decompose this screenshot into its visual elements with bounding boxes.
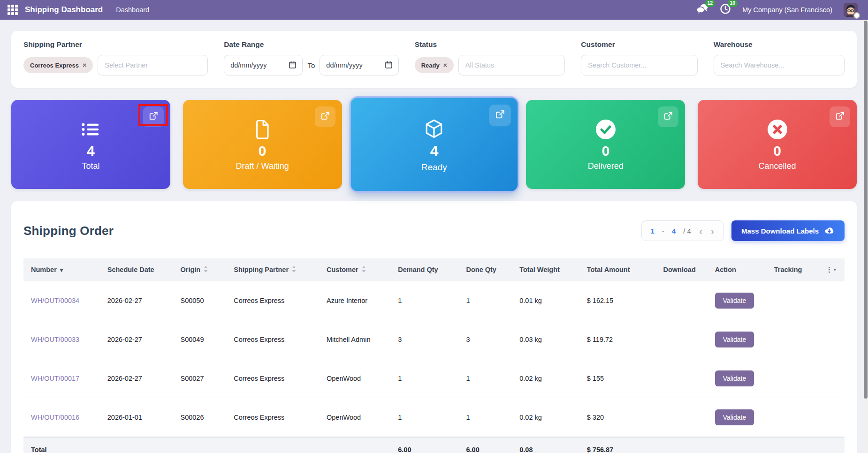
date-from-input[interactable]: dd/mm/yyyy bbox=[224, 55, 303, 76]
tracking-cell bbox=[767, 320, 818, 359]
validate-button[interactable]: Validate bbox=[715, 332, 754, 347]
topbar: Shipping Dashboard Dashboard 12 10 bbox=[0, 0, 868, 20]
filter-customer: Customer bbox=[581, 40, 697, 76]
open-external-button[interactable] bbox=[489, 105, 510, 126]
date-range-label: Date Range bbox=[224, 40, 398, 49]
schedule-date-cell: 2026-02-27 bbox=[100, 359, 173, 398]
stat-label: Total bbox=[82, 161, 99, 171]
calendar-icon[interactable] bbox=[289, 61, 296, 70]
open-external-button[interactable] bbox=[315, 106, 335, 127]
shipping-partner-tag[interactable]: Correos Express × bbox=[23, 57, 93, 73]
status-input[interactable] bbox=[458, 55, 565, 76]
order-number-link[interactable]: WH/OUT/00033 bbox=[31, 336, 79, 343]
order-number-link[interactable]: WH/OUT/00016 bbox=[31, 414, 79, 421]
table-row: WH/OUT/00017 2026-02-27 S00027 Correos E… bbox=[23, 359, 845, 398]
stat-card-delivered[interactable]: 0 Delivered bbox=[526, 100, 685, 189]
column-header-schedule-date[interactable]: Schedule Date bbox=[100, 258, 173, 281]
user-avatar[interactable] bbox=[844, 3, 858, 17]
stat-value: 0 bbox=[773, 144, 781, 158]
vertical-scrollbar[interactable] bbox=[863, 20, 868, 453]
download-cell bbox=[655, 398, 707, 438]
customer-search-input[interactable] bbox=[581, 55, 697, 76]
column-header-action: Action bbox=[708, 258, 767, 281]
warehouse-search-input[interactable] bbox=[714, 55, 845, 76]
shipping-order-panel: Shipping Order 1 - 4 / 4 ‹ › Mass Downlo… bbox=[11, 201, 857, 453]
stat-cards-row: 4 Total 0 Draft / Waiting bbox=[11, 100, 857, 189]
shipping-partner-tag-remove-icon[interactable]: × bbox=[83, 61, 86, 69]
totals-total-amount: $ 756.87 bbox=[579, 437, 656, 453]
scrollbar-thumb[interactable] bbox=[864, 21, 868, 399]
validate-button[interactable]: Validate bbox=[715, 409, 754, 425]
stat-value: 4 bbox=[87, 144, 95, 158]
shipping-partner-cell: Correos Express bbox=[226, 398, 319, 438]
row-options-cell bbox=[818, 359, 845, 398]
shipping-partner-tag-label: Correos Express bbox=[30, 62, 79, 69]
pagination-range-start[interactable]: 1 bbox=[651, 227, 655, 235]
chevron-right-icon[interactable]: › bbox=[710, 226, 715, 236]
shipping-partner-cell: Correos Express bbox=[226, 320, 319, 359]
x-circle-icon bbox=[767, 118, 788, 141]
validate-button[interactable]: Validate bbox=[715, 293, 754, 309]
total-amount-cell: $ 162.15 bbox=[579, 281, 656, 320]
order-number-link[interactable]: WH/OUT/00034 bbox=[31, 297, 79, 304]
date-to-input[interactable]: dd/mm/yyyy bbox=[320, 55, 398, 76]
column-header-number[interactable]: Number▾ bbox=[23, 258, 100, 281]
open-external-button[interactable] bbox=[658, 106, 678, 127]
messages-count-badge: 12 bbox=[705, 0, 716, 7]
origin-cell: S00026 bbox=[173, 398, 226, 438]
total-amount-cell: $ 119.72 bbox=[579, 320, 656, 359]
calendar-icon[interactable] bbox=[385, 61, 392, 70]
stat-card-draft-waiting[interactable]: 0 Draft / Waiting bbox=[183, 100, 342, 189]
stat-card-cancelled[interactable]: 0 Cancelled bbox=[698, 100, 857, 189]
customer-label: Customer bbox=[581, 40, 697, 49]
shipping-partner-input[interactable] bbox=[98, 55, 208, 76]
shipping-partner-label: Shipping Partner bbox=[23, 40, 208, 49]
tracking-cell bbox=[767, 359, 818, 398]
total-amount-cell: $ 320 bbox=[579, 398, 656, 438]
validate-button[interactable]: Validate bbox=[715, 370, 754, 386]
list-icon bbox=[81, 118, 100, 141]
menu-dashboard[interactable]: Dashboard bbox=[116, 6, 149, 14]
column-header-shipping-partner[interactable]: Shipping Partner bbox=[226, 258, 319, 281]
done-qty-cell: 3 bbox=[458, 320, 512, 359]
column-header-customer[interactable]: Customer bbox=[319, 258, 390, 281]
download-cell bbox=[655, 281, 707, 320]
column-options-icon: ⋮▾ bbox=[826, 265, 836, 274]
totals-label: Total bbox=[23, 437, 100, 453]
date-range-separator: To bbox=[307, 61, 315, 69]
stat-value: 0 bbox=[602, 144, 609, 158]
order-number-link[interactable]: WH/OUT/00017 bbox=[31, 375, 79, 382]
topbar-right: 12 10 My Company (San Francisco) bbox=[696, 3, 860, 17]
status-tag[interactable]: Ready × bbox=[415, 57, 454, 73]
pagination: 1 - 4 / 4 ‹ › bbox=[641, 220, 724, 241]
tracking-cell bbox=[767, 398, 818, 438]
user-status-dot bbox=[853, 12, 860, 19]
column-header-options[interactable]: ⋮▾ bbox=[818, 258, 845, 281]
table-row: WH/OUT/00034 2026-02-27 S00050 Correos E… bbox=[23, 281, 845, 320]
activities-button[interactable]: 10 bbox=[720, 3, 731, 16]
filter-status: Status Ready × bbox=[415, 40, 565, 76]
pagination-range-end[interactable]: 4 bbox=[672, 227, 676, 235]
done-qty-cell: 1 bbox=[458, 359, 512, 398]
stat-card-ready-selected[interactable]: 4 Ready bbox=[350, 98, 518, 191]
chevron-left-icon[interactable]: ‹ bbox=[699, 226, 703, 236]
apps-grid-icon[interactable] bbox=[8, 5, 18, 15]
company-menu[interactable]: My Company (San Francisco) bbox=[742, 6, 832, 14]
column-header-origin[interactable]: Origin bbox=[173, 258, 226, 281]
shipping-partner-cell: Correos Express bbox=[226, 281, 319, 320]
sort-both-icon bbox=[362, 266, 366, 274]
activities-count-badge: 10 bbox=[728, 0, 738, 7]
app-title: Shipping Dashboard bbox=[25, 5, 103, 15]
messages-button[interactable]: 12 bbox=[696, 3, 708, 16]
open-external-button[interactable] bbox=[830, 106, 850, 127]
stat-card-total[interactable]: 4 Total bbox=[11, 100, 170, 189]
totals-done-qty: 6.00 bbox=[458, 437, 512, 453]
filter-warehouse: Warehouse bbox=[714, 40, 845, 76]
status-tag-remove-icon[interactable]: × bbox=[443, 61, 447, 69]
external-link-icon bbox=[663, 111, 673, 122]
external-link-icon bbox=[495, 109, 505, 121]
warehouse-label: Warehouse bbox=[714, 40, 845, 49]
mass-download-labels-button[interactable]: Mass Download Labels bbox=[731, 220, 845, 241]
open-external-button[interactable] bbox=[143, 106, 164, 127]
origin-cell: S00050 bbox=[173, 281, 226, 320]
